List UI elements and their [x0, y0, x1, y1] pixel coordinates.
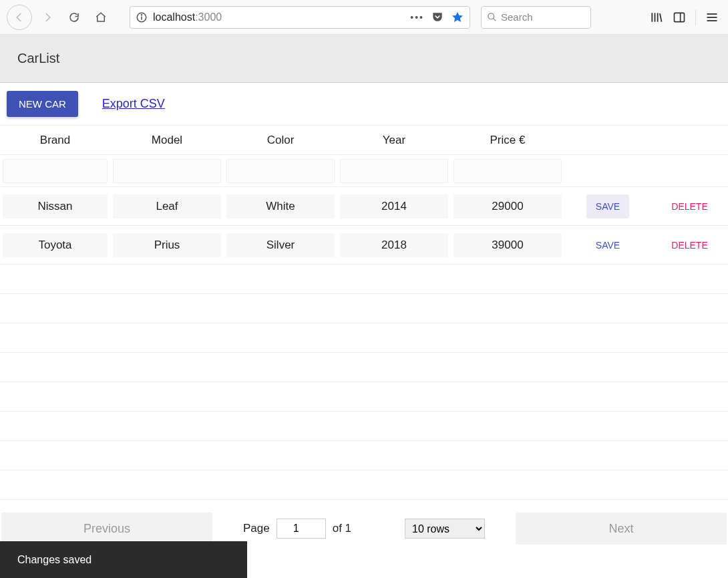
back-button[interactable]	[7, 5, 32, 30]
hamburger-menu-icon[interactable]	[705, 11, 719, 24]
svg-point-3	[488, 13, 494, 19]
previous-button[interactable]: Previous	[1, 513, 212, 545]
save-button[interactable]: SAVE	[586, 194, 629, 219]
cell-model[interactable]: Prius	[113, 233, 221, 257]
filter-year[interactable]	[340, 159, 448, 183]
svg-rect-9	[675, 13, 685, 21]
forward-button[interactable]	[36, 6, 59, 29]
url-text: localhost:3000	[153, 11, 405, 23]
table-filter-row	[0, 155, 728, 187]
arrow-left-icon	[13, 11, 25, 23]
table-row: Toyota Prius Silver 2018 39000 SAVE DELE…	[0, 226, 728, 265]
filter-color[interactable]	[226, 159, 335, 183]
filter-brand[interactable]	[3, 159, 108, 183]
data-table: Brand Model Color Year Price € Nissan Le…	[0, 125, 728, 500]
page-actions-icon[interactable]: •••	[410, 12, 424, 23]
cell-model[interactable]: Leaf	[113, 194, 221, 219]
arrow-right-icon	[41, 11, 53, 23]
next-button[interactable]: Next	[516, 513, 727, 545]
delete-button[interactable]: DELETE	[667, 196, 711, 217]
pocket-icon[interactable]	[431, 11, 444, 24]
col-year[interactable]: Year	[337, 134, 451, 147]
page-of-label: of 1	[333, 522, 351, 535]
cell-brand[interactable]: Toyota	[3, 233, 108, 257]
app-toolbar: NEW CAR Export CSV	[0, 83, 728, 125]
col-price[interactable]: Price €	[451, 134, 564, 147]
url-host: localhost	[153, 11, 195, 23]
empty-row	[0, 323, 728, 353]
cell-price[interactable]: 39000	[453, 233, 562, 257]
cell-brand[interactable]: Nissan	[3, 194, 108, 219]
new-car-button[interactable]: NEW CAR	[7, 91, 78, 117]
col-color[interactable]: Color	[224, 134, 337, 147]
sidebar-icon[interactable]	[673, 11, 686, 24]
cell-year[interactable]: 2014	[340, 194, 448, 219]
home-icon	[95, 11, 107, 23]
cell-year[interactable]: 2018	[340, 233, 448, 257]
url-port: :3000	[195, 11, 222, 23]
info-icon	[136, 11, 148, 23]
rows-per-page-select[interactable]: 10 rows	[405, 519, 485, 539]
empty-row	[0, 353, 728, 382]
page-number-input[interactable]	[277, 519, 326, 539]
browser-search-box[interactable]: Search	[481, 6, 591, 29]
browser-search-placeholder: Search	[501, 11, 533, 23]
reload-button[interactable]	[63, 6, 85, 29]
filter-model[interactable]	[113, 159, 221, 183]
reload-icon	[68, 11, 80, 23]
filter-price[interactable]	[453, 159, 562, 183]
svg-point-2	[141, 14, 142, 15]
table-header: Brand Model Color Year Price €	[0, 126, 728, 155]
library-icon[interactable]	[650, 11, 663, 24]
col-model[interactable]: Model	[110, 134, 224, 147]
browser-toolbar: localhost:3000 ••• Search	[0, 0, 728, 35]
svg-line-8	[660, 13, 662, 21]
page-label: Page	[243, 522, 270, 535]
app-header: CarList	[0, 35, 728, 83]
empty-row	[0, 382, 728, 412]
delete-button[interactable]: DELETE	[667, 235, 711, 256]
svg-line-4	[493, 18, 496, 21]
table-row: Nissan Leaf White 2014 29000 SAVE DELETE	[0, 187, 728, 226]
empty-row	[0, 412, 728, 441]
export-csv-link[interactable]: Export CSV	[102, 97, 165, 111]
col-brand[interactable]: Brand	[0, 134, 110, 147]
page-title: CarList	[17, 51, 59, 66]
url-bar[interactable]: localhost:3000 •••	[130, 6, 470, 29]
toast-notification: Changes saved	[0, 541, 247, 578]
cell-price[interactable]: 29000	[453, 194, 562, 219]
empty-row	[0, 470, 728, 500]
toast-message: Changes saved	[17, 554, 92, 566]
save-button[interactable]: SAVE	[586, 233, 629, 257]
search-icon	[487, 12, 497, 22]
empty-row	[0, 441, 728, 470]
cell-color[interactable]: Silver	[226, 233, 335, 257]
home-button[interactable]	[89, 6, 112, 29]
bookmark-star-icon[interactable]	[451, 11, 464, 24]
empty-row	[0, 265, 728, 294]
cell-color[interactable]: White	[226, 194, 335, 219]
separator	[695, 9, 696, 25]
empty-row	[0, 294, 728, 323]
